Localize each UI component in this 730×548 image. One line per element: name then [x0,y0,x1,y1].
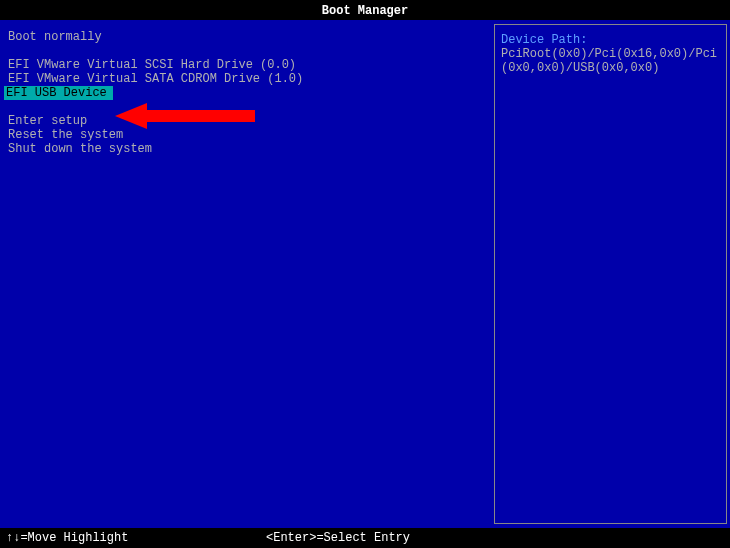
boot-device-item-selected[interactable]: EFI USB Device [4,86,113,100]
footer-hints: ↑↓=Move Highlight <Enter>=Select Entry [0,528,730,548]
system-actions-section: Enter setup Reset the system Shut down t… [6,114,488,156]
title-text: Boot Manager [322,4,408,18]
device-path-label: Device Path: [501,33,720,47]
main-area: Boot normally EFI VMware Virtual SCSI Ha… [0,20,730,528]
boot-device-item[interactable]: EFI VMware Virtual SATA CDROM Drive (1.0… [6,72,305,86]
device-path-value: PciRoot(0x0)/Pci(0x16,0x0)/Pci(0x0,0x0)/… [501,47,720,75]
boot-device-item[interactable]: EFI VMware Virtual SCSI Hard Drive (0.0) [6,58,298,72]
hint-select: <Enter>=Select Entry [266,531,724,545]
reset-system-item[interactable]: Reset the system [6,128,125,142]
device-info-panel: Device Path: PciRoot(0x0)/Pci(0x16,0x0)/… [494,24,727,524]
enter-setup-item[interactable]: Enter setup [6,114,89,128]
boot-normally-item[interactable]: Boot normally [6,30,104,44]
boot-devices-section: EFI VMware Virtual SCSI Hard Drive (0.0)… [6,58,488,100]
boot-menu-panel: Boot normally EFI VMware Virtual SCSI Ha… [0,20,494,528]
boot-normally-section: Boot normally [6,30,488,44]
title-bar: Boot Manager [0,0,730,20]
hint-move: ↑↓=Move Highlight [6,531,266,545]
shutdown-item[interactable]: Shut down the system [6,142,154,156]
